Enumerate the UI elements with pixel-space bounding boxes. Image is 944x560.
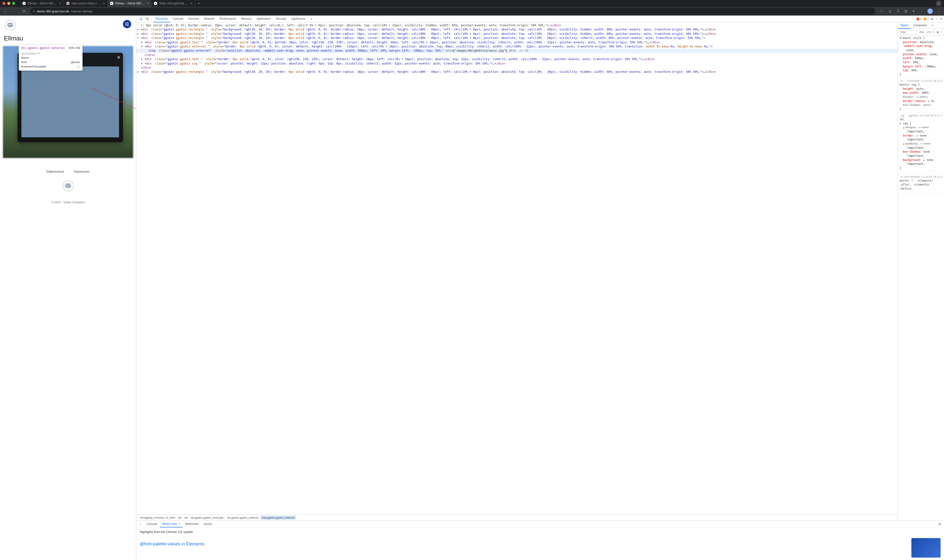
dom-line[interactable]: </div> [136, 66, 898, 70]
dom-line[interactable]: ▶<div class="ggskin ggskin_rectangle " s… [136, 70, 898, 74]
styles-tab-styles[interactable]: Styles [898, 22, 911, 29]
footer-link[interactable]: Datenschutz [46, 170, 64, 173]
breadcrumb-item[interactable]: div [183, 516, 189, 520]
element-inspect-tooltip: div.ggskin.ggskin_external 560×348 ACCES… [19, 45, 83, 71]
tab-title: Seite nicht gefunden – Deine… [159, 2, 189, 5]
devtools-tab-security[interactable]: Security [273, 15, 289, 22]
favicon: ● [22, 2, 26, 5]
dom-line[interactable]: ▶<div class="ggskin ggskin_text " style=… [136, 40, 898, 45]
filter-btn[interactable]: + [932, 30, 935, 34]
minimize-window-button[interactable] [7, 2, 10, 5]
tooltip-dimensions: 560×348 [68, 46, 80, 50]
footer-logo[interactable]: DEINE36GRADTOUR [63, 181, 74, 191]
crumb-left-icon[interactable]: ‹ [137, 516, 138, 519]
dom-line[interactable]: </div> [136, 53, 898, 57]
styles-panel: StylesComputed» :hov.cls+ ▦ ⋯ element.st… [898, 22, 944, 520]
menu-button[interactable] [123, 20, 131, 28]
drawer-tab-webauthn[interactable]: WebAuthn [183, 521, 201, 528]
dom-line[interactable]: ▶<div class="ggskin ggskin_svg " style="… [136, 62, 898, 66]
tab-close-icon[interactable]: × [147, 2, 149, 5]
close-window-button[interactable] [2, 2, 5, 5]
devtools-tab-sources[interactable]: Sources [186, 15, 201, 22]
toolbar-icon-1[interactable]: ⠿ [895, 9, 901, 13]
devtools-tab-lighthouse[interactable]: Lighthouse [289, 15, 308, 22]
styles-filter-input[interactable] [899, 30, 917, 34]
toolbar-icon-2[interactable]: ⧉ [903, 9, 909, 13]
warning-count[interactable]: ▲2 [924, 17, 929, 20]
site-logo[interactable]: DEINE36GRADTOUR [5, 20, 15, 31]
styles-more-tabs[interactable]: » [929, 22, 936, 29]
breadcrumb-item[interactable]: div.ggskin.ggskin_rectangle. [189, 516, 226, 520]
styles-tab-computed[interactable]: Computed [911, 22, 929, 29]
browser-tab[interactable]: ●Seite nicht gefunden – Deine…× [151, 0, 195, 7]
dom-line[interactable]: ▼<div class="ggskin ggskin_external " st… [136, 45, 898, 49]
devtools-tab-network[interactable]: Network [201, 15, 217, 22]
breadcrumb-bar: ‹ div#ggpkg_container_0_1403divdivdiv.gg… [136, 514, 898, 520]
dom-line[interactable]: <img class="ggskin ggskin_external" styl… [136, 49, 898, 53]
site-info-icon[interactable]: ≡ [33, 9, 35, 13]
browser-tab[interactable]: ●Ellmau – Deine-360-Grad-T…× [108, 0, 151, 7]
devtools-tab-memory[interactable]: Memory [238, 15, 254, 22]
devtools-tab-elements[interactable]: Elements [153, 15, 170, 22]
chrome-menu-icon[interactable]: ⋮ [936, 9, 942, 13]
devtools-tab-application[interactable]: Application [254, 15, 273, 22]
drawer-tab-close-icon[interactable]: × [179, 522, 180, 526]
drawer-highlight-text: Highlights from the Chrome 121 update [140, 530, 941, 534]
toolbar-icon-3[interactable]: ✶ [911, 9, 916, 13]
toolbar-icon-4[interactable]: ⋮ [919, 9, 924, 13]
breadcrumb-item[interactable]: div.ggskin.ggskin_external. [226, 516, 260, 520]
tab-close-icon[interactable]: × [59, 2, 61, 5]
dom-line[interactable]: r: 0px solid rgb(0, 0, 0); border-radius… [136, 23, 898, 28]
style-rules[interactable]: element.style {position: absolute;-webki… [898, 35, 944, 520]
filter-btn[interactable]: :hov [918, 30, 925, 34]
tab-title: view-source:https://deine-36… [72, 2, 101, 5]
forward-button[interactable]: → [12, 9, 17, 13]
tab-close-icon[interactable]: × [191, 2, 192, 5]
devtools-more-tabs[interactable]: » [308, 15, 315, 22]
devtools-menu-icon[interactable]: ⋮ [935, 17, 938, 21]
breadcrumb-item[interactable]: div [177, 516, 183, 520]
devtools-tab-performance[interactable]: Performance [217, 15, 238, 22]
browser-tab[interactable]: ●view-source:https://deine-36…× [64, 0, 108, 7]
devtools-tab-console[interactable]: Console [170, 15, 186, 22]
reload-button[interactable]: ⟳ [21, 9, 27, 14]
dom-tree[interactable]: r: 0px solid rgb(0, 0, 0); border-radius… [136, 22, 898, 514]
settings-icon[interactable]: ⚙ [931, 17, 933, 21]
dom-line[interactable]: ▶<div class="ggskin ggskin_rectangle " s… [136, 32, 898, 36]
styles-box-model-icon[interactable]: ▦ [936, 30, 939, 34]
drawer-tab-whatsnew[interactable]: What's new × [160, 521, 183, 528]
device-toggle-icon[interactable] [144, 16, 150, 22]
inspect-element-icon[interactable] [138, 16, 144, 22]
expand-icon[interactable]: ⤢ [936, 0, 942, 6]
dom-line[interactable]: ▶<div class="ggskin ggskin_rectangle " s… [136, 28, 898, 32]
toolbar-icon-0[interactable]: G [887, 9, 893, 13]
drawer-close-icon[interactable]: ✕ [936, 522, 942, 526]
new-tab-button[interactable]: + [195, 0, 202, 7]
close-icon[interactable]: ✕ [117, 55, 120, 60]
page-header: DEINE36GRADTOUR [3, 18, 133, 34]
filter-btn[interactable]: .cls [925, 30, 932, 34]
breadcrumb-item[interactable]: div#ggpkg_container_0_1403 [138, 516, 177, 520]
drawer-menu-icon[interactable]: ⋮ [138, 523, 144, 526]
maximize-window-button[interactable] [12, 2, 15, 5]
error-count[interactable]: ✕3 [916, 17, 922, 20]
panorama-overlay: ✕ Bergdoktorpraxis … div.ggskin.ggskin_e… [3, 46, 133, 158]
dom-line[interactable]: ▶<div class="ggskin ggskin_text " style=… [136, 57, 898, 62]
browser-tab[interactable]: ●Ellmau – Deine-360-Grad-To…× [20, 0, 64, 7]
devtools-close-icon[interactable]: ✕ [940, 17, 942, 21]
url-box[interactable]: ≡ deine-360-grad-tour.de/steiner-ellmau/ [30, 8, 875, 15]
favicon: ● [110, 2, 114, 5]
dom-line[interactable]: ▼<div class="ggskin ggskin_rectangle " s… [136, 36, 898, 40]
bookmark-star-icon[interactable]: ☆ [879, 9, 884, 13]
titlebar: ●Ellmau – Deine-360-Grad-To…×●view-sourc… [0, 0, 944, 7]
crumb-right-icon[interactable]: › [896, 516, 897, 519]
footer-link[interactable]: Impressum [74, 170, 89, 173]
profile-avatar[interactable] [927, 9, 933, 14]
panorama-more-icon[interactable]: … [3, 102, 7, 106]
tab-close-icon[interactable]: × [103, 2, 105, 5]
breadcrumb-item[interactable]: img.ggskin.ggskin_external [260, 516, 296, 520]
back-button[interactable]: ← [2, 9, 8, 13]
drawer-tab-console[interactable]: Console [144, 521, 160, 528]
styles-more-icon[interactable]: ⋯ [940, 30, 943, 34]
drawer-tab-issues[interactable]: Issues [201, 521, 215, 528]
